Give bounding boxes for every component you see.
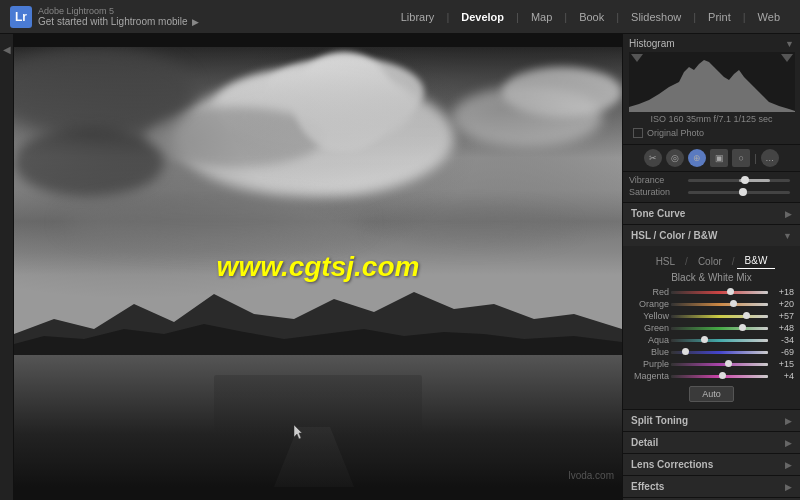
photo-meta: ISO 160 35mm f/7.1 1/125 sec — [629, 112, 794, 126]
bw-sliders: Red+18Orange+20Yellow+57Green+48Aqua-34B… — [629, 287, 794, 381]
bw-color-label-magenta: Magenta — [629, 371, 669, 381]
settings-tool[interactable]: … — [761, 149, 779, 167]
watermark: www.cgtsj.com — [217, 251, 420, 283]
tab-slideshow[interactable]: Slideshow — [621, 7, 691, 27]
vibrance-row: Vibrance — [629, 175, 794, 185]
histogram-expand-icon[interactable]: ▼ — [785, 39, 794, 49]
bw-color-value-green: +48 — [770, 323, 794, 333]
bw-color-row-blue: Blue-69 — [629, 347, 794, 357]
bw-color-row-orange: Orange+20 — [629, 299, 794, 309]
detail-section: Detail ▶ — [623, 432, 800, 454]
main-area: ◀ — [0, 34, 800, 500]
bw-color-label-yellow: Yellow — [629, 311, 669, 321]
detail-arrow-icon: ▶ — [785, 438, 792, 448]
lens-corrections-title: Lens Corrections — [631, 459, 713, 470]
bw-color-label-blue: Blue — [629, 347, 669, 357]
spot-removal-tool[interactable]: ◎ — [666, 149, 684, 167]
radial-filter-tool[interactable]: ○ — [732, 149, 750, 167]
hsl-tabs: HSL / Color / B&W — [629, 250, 794, 272]
tone-curve-title: Tone Curve — [631, 208, 685, 219]
original-photo-label: Original Photo — [647, 128, 704, 138]
tab-develop[interactable]: Develop — [451, 7, 514, 27]
left-panel-toggle[interactable]: ◀ — [2, 44, 12, 54]
bw-color-label-purple: Purple — [629, 359, 669, 369]
effects-header[interactable]: Effects ▶ — [623, 476, 800, 497]
auto-button[interactable]: Auto — [689, 386, 734, 402]
app-name: Adobe Lightroom 5 — [38, 6, 199, 16]
bw-color-value-orange: +20 — [770, 299, 794, 309]
bw-color-row-red: Red+18 — [629, 287, 794, 297]
bw-color-row-green: Green+48 — [629, 323, 794, 333]
hsl-header[interactable]: HSL / Color / B&W ▼ — [623, 225, 800, 246]
bw-color-row-yellow: Yellow+57 — [629, 311, 794, 321]
bw-color-slider-magenta[interactable] — [671, 375, 768, 378]
tab-print[interactable]: Print — [698, 7, 741, 27]
app-info: Adobe Lightroom 5 Get started with Light… — [38, 6, 199, 27]
tab-color[interactable]: Color — [690, 254, 730, 269]
hsl-content: HSL / Color / B&W Black & White Mix Red+… — [623, 246, 800, 409]
lens-corrections-header[interactable]: Lens Corrections ▶ — [623, 454, 800, 475]
bw-color-row-aqua: Aqua-34 — [629, 335, 794, 345]
split-toning-title: Split Toning — [631, 415, 688, 426]
bw-color-value-aqua: -34 — [770, 335, 794, 345]
top-bar: Lr Adobe Lightroom 5 Get started with Li… — [0, 0, 800, 34]
lr-logo: Lr Adobe Lightroom 5 Get started with Li… — [10, 6, 199, 28]
bw-color-row-purple: Purple+15 — [629, 359, 794, 369]
histogram-canvas — [629, 52, 795, 112]
tab-web[interactable]: Web — [748, 7, 790, 27]
saturation-label: Saturation — [629, 187, 684, 197]
lr-icon: Lr — [10, 6, 32, 28]
cursor — [294, 425, 306, 437]
split-toning-header[interactable]: Split Toning ▶ — [623, 410, 800, 431]
tab-library[interactable]: Library — [391, 7, 445, 27]
histogram-header: Histogram ▼ — [629, 38, 794, 49]
tab-bw[interactable]: B&W — [737, 253, 776, 269]
photo-area: www.cgtsj.com lvoda.com — [14, 34, 622, 500]
bw-color-slider-purple[interactable] — [671, 363, 768, 366]
photo-container: www.cgtsj.com lvoda.com — [14, 47, 622, 487]
detail-title: Detail — [631, 437, 658, 448]
bw-color-value-blue: -69 — [770, 347, 794, 357]
redeye-tool[interactable]: ⊕ — [688, 149, 706, 167]
bw-color-value-yellow: +57 — [770, 311, 794, 321]
tone-curve-header[interactable]: Tone Curve ▶ — [623, 203, 800, 224]
tool-row: ✂ ◎ ⊕ ▣ ○ | … — [623, 145, 800, 172]
hsl-arrow-icon: ▼ — [783, 231, 792, 241]
bw-color-slider-green[interactable] — [671, 327, 768, 330]
mountain-layer — [14, 284, 622, 364]
bw-color-value-purple: +15 — [770, 359, 794, 369]
tone-curve-arrow-icon: ▶ — [785, 209, 792, 219]
saturation-slider[interactable] — [688, 191, 790, 194]
bw-color-slider-aqua[interactable] — [671, 339, 768, 342]
bw-color-label-aqua: Aqua — [629, 335, 669, 345]
bw-color-slider-orange[interactable] — [671, 303, 768, 306]
vibrance-slider[interactable] — [688, 179, 790, 182]
nav-tabs: Library | Develop | Map | Book | Slidesh… — [391, 7, 790, 27]
bw-color-label-green: Green — [629, 323, 669, 333]
tab-map[interactable]: Map — [521, 7, 562, 27]
bw-color-value-magenta: +4 — [770, 371, 794, 381]
bw-color-slider-blue[interactable] — [671, 351, 768, 354]
bw-mix-title: Black & White Mix — [629, 272, 794, 283]
svg-marker-2 — [294, 425, 302, 439]
original-photo-checkbox[interactable] — [633, 128, 643, 138]
tab-hsl[interactable]: HSL — [648, 254, 683, 269]
bw-color-slider-red[interactable] — [671, 291, 768, 294]
graduated-filter-tool[interactable]: ▣ — [710, 149, 728, 167]
auto-btn-container: Auto — [629, 383, 794, 405]
lens-corrections-section: Lens Corrections ▶ — [623, 454, 800, 476]
bw-color-slider-yellow[interactable] — [671, 315, 768, 318]
tab-book[interactable]: Book — [569, 7, 614, 27]
panels-list: Tone Curve ▶ HSL / Color / B&W ▼ HSL / C… — [623, 203, 800, 500]
hsl-section: HSL / Color / B&W ▼ HSL / Color / B&W Bl… — [623, 225, 800, 410]
bw-color-label-red: Red — [629, 287, 669, 297]
hsl-title: HSL / Color / B&W — [631, 230, 717, 241]
effects-title: Effects — [631, 481, 664, 492]
ground-layer — [14, 355, 622, 487]
bottom-watermark: lvoda.com — [568, 470, 614, 481]
app-subtitle: Get started with Lightroom mobile ▶ — [38, 16, 199, 27]
crop-tool[interactable]: ✂ — [644, 149, 662, 167]
detail-header[interactable]: Detail ▶ — [623, 432, 800, 453]
bw-photo: www.cgtsj.com lvoda.com — [14, 47, 622, 487]
saturation-row: Saturation — [629, 187, 794, 197]
